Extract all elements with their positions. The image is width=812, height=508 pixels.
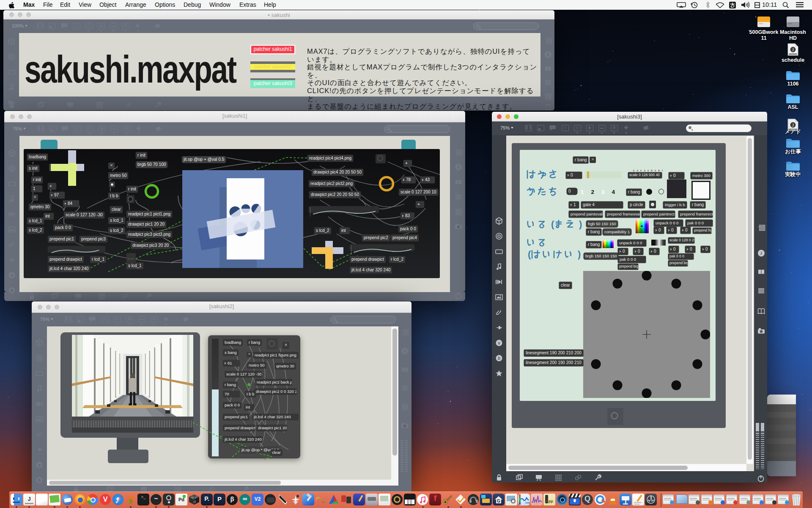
svg-text:v: v [11,273,13,278]
svg-text:v: v [498,341,500,345]
svg-text:J: J [792,123,794,127]
svg-text:J: J [792,47,794,52]
svg-text:intel: intel [525,501,530,504]
svg-text:b: b [11,288,13,293]
svg-text:(: ( [528,249,531,260]
svg-text:b: b [38,478,41,483]
svg-text:G: G [497,499,500,503]
svg-text:(: ( [551,219,554,229]
svg-text:): ) [578,249,581,260]
svg-text:): ) [579,219,582,229]
svg-text:b: b [498,356,500,361]
svg-text:v: v [38,463,41,467]
